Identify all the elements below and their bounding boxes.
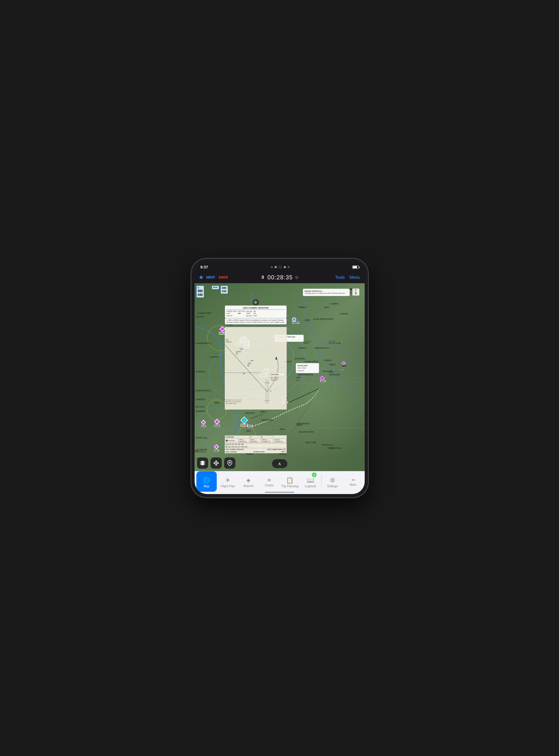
charts-tab-label: Charts [265,484,273,487]
anx-marker[interactable]: ANX [320,377,326,382]
status-bar: 9:37 [195,262,365,271]
lllsville-label: LLLSVILLE [196,451,206,453]
svg-text:REIL Rwys 11, 19, 29 and 36 ●: REIL Rwys 11, 19, 29 and 36 ● [225,399,242,401]
nav-center: ⏸ 00:28:35 ⊙ [261,274,299,281]
tab-charts[interactable]: ≋ Charts [259,471,280,492]
front-camera [278,265,282,269]
camden-point-label: CAMDEN POINT [197,312,212,314]
menu-button[interactable]: Menu [349,275,360,280]
battery-fill [353,266,357,268]
status-right [352,266,359,269]
trimble-label: TRIMBLE [298,306,307,308]
charts-tab-icon: ≋ [267,477,271,483]
svg-text:MIRL Rwy 11-29 and 18-36 ●: MIRL Rwy 11-29 and 18-36 ● [225,401,241,402]
napoleon-label: NAPOLEON [329,374,340,376]
tab-logbook[interactable]: 📖 Logbook 2 [300,471,321,492]
r088-label: R-088 [339,369,344,371]
east-lynn-label: EAST LYNN [306,442,316,444]
compass-rose: N [352,288,360,296]
alt-box-b-left: B 080 040 [196,286,204,298]
kixd-airport[interactable]: KIXD [214,420,220,427]
scroll-up-button[interactable]: ∧ [272,459,287,468]
grandview-label: GRANDVIEW [261,419,273,421]
leawood-label: LEAWOOD [245,412,255,414]
buckner-label: BUCKNER [323,370,333,372]
svg-text:N: N [355,289,356,291]
51k-label: 51K [215,401,220,404]
alt-3100-box: 3100 [247,424,254,428]
svg-text:JIFIE: JIFIE [248,363,251,364]
svg-text:VORTAC: VORTAC [225,341,231,343]
lawson-label: LAWSON [340,313,349,315]
settings-tab-icon: ⚙ [330,476,335,484]
more-tab-icon: ••• [352,478,355,482]
nav-left: ⊕ NRST EMER [199,275,261,280]
independence-label: INDEPENDENCE [298,374,313,376]
tab-bar: 🌐 Map ✈ Flight Plan ◈ Airports ≋ Charts … [195,471,365,494]
tab-airports[interactable]: ◈ Airports [238,471,259,492]
tab-divider [321,474,321,489]
emer-button[interactable]: EMER [219,275,228,279]
tab-flight-plan[interactable]: ✈ Flight Plan [217,471,238,492]
edwardsville-label: EDWARDSVILLE [196,390,211,392]
kgph-airport[interactable]: KGPH [292,317,299,324]
svg-line-17 [291,388,319,434]
tab-settings[interactable]: ⚙ Settings [322,471,343,492]
settings-tab-label: Settings [327,485,338,488]
63k-label: 63K [247,430,251,432]
gear-icon-map[interactable]: ⚙ [252,299,259,306]
napoleon-vor-popup: NAPOLEON 114.0 ANX Chan 87 [296,363,319,373]
k34-airport[interactable]: K34 [201,421,206,427]
tab-more[interactable]: ••• More [343,471,363,492]
status-dot-3 [284,266,286,268]
unicom-label: UNICOM 122.8 (CTAF) ◉ [329,340,340,344]
minimums-table: CATEGORY C D ⬛ CIRCLING 1440-1436 (500-1… [225,435,287,453]
approach-diagram: CATRU JIFIE ANX VORTAC 2900 2500 229° [225,327,287,409]
airports-tab-label: Airports [243,484,253,488]
svg-text:229° 4.9 NM: 229° 4.9 NM [270,377,278,379]
lansing-label: LANSING [210,356,219,358]
holt-label: HOLT [325,306,330,308]
alt-2500: 2500 [280,428,285,430]
timer-display: 00:28:35 [268,274,293,281]
svg-text:ANX: ANX [225,339,228,341]
svg-point-29 [247,364,249,366]
pause-icon[interactable]: ⏸ [261,275,265,280]
more-tab-label: More [350,483,356,486]
alt-box-0ch1: 0CH1 [212,286,219,289]
baldwin-park-label: BALDWIN PARK [299,431,314,433]
ipad-device: 9:37 ⊕ NRST EMER ⏸ 00 [191,259,368,497]
logbook-tab-label: Logbook [305,485,316,488]
layers-button[interactable] [197,458,208,469]
svg-text:CATRU: CATRU [236,351,241,353]
tab-trip-planning[interactable]: 📋 Trip Planning [280,471,300,492]
shawnee-label: SHAWNEE [196,410,205,412]
svg-text:from FAF: from FAF [271,379,277,381]
home-indicator [265,492,294,493]
alt-2900-b: 2900 [297,424,302,426]
location-button[interactable] [224,458,236,469]
anx-label-below: ANX [296,379,300,381]
tab-map[interactable]: 🌐 Map [196,471,217,492]
excelsior-label: EXCELSIOR ESTATES [313,318,333,320]
spring-hill-label: SPRING HILL [196,437,208,439]
nrst-button[interactable]: NRST [206,275,215,279]
4k3-marker[interactable]: 4K3 [342,362,346,367]
logbook-badge: 2 [312,472,317,477]
trip-planning-tab-label: Trip Planning [281,485,298,488]
kingsville-label: KINGSVILLE [321,444,333,446]
pan-button[interactable] [210,458,222,469]
back-button[interactable]: ⊕ [199,275,203,280]
mo-city-label: MISSOURI CITY [315,347,330,349]
k81-airport[interactable]: K81 [214,445,219,451]
tools-button[interactable]: Tools [335,275,345,280]
crrick-label: CRRICK [325,359,332,361]
svg-text:229°: 229° [242,373,245,375]
clock-icon: ⊙ [295,275,298,280]
svg-text:FAF to MAP 4.9 NM: FAF to MAP 4.9 NM [225,403,236,404]
elmira-label: ELMIRA [331,303,338,305]
logbook-tab-icon: 📖 [307,476,314,484]
map-area[interactable]: B 080 040 0CH1 080 030 ⚙ B 080 SFC [195,283,365,471]
linwood-label: LINWOOD [196,398,205,400]
clnc-del-label: CLNC DEL 118.45 [304,340,312,344]
